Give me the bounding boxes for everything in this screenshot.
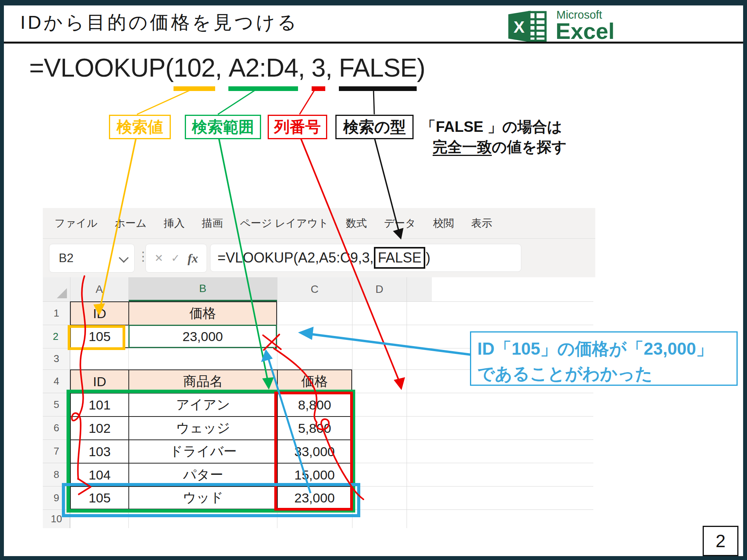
select-all-corner[interactable] bbox=[43, 277, 70, 301]
tab-page-layout[interactable]: ページ レイアウト bbox=[240, 216, 329, 230]
tab-formulas[interactable]: 数式 bbox=[346, 216, 367, 230]
black-connector-line bbox=[374, 89, 374, 114]
page-number-box: 2 bbox=[703, 526, 738, 556]
column-header-a[interactable]: A bbox=[70, 277, 128, 301]
lookup-cell-highlight bbox=[68, 325, 125, 350]
fx-icon[interactable]: fx bbox=[188, 251, 198, 266]
formula-prefix: =VLOOKUP( bbox=[29, 53, 174, 86]
yellow-connector-line bbox=[137, 89, 193, 114]
green-connector-line bbox=[218, 89, 257, 114]
frame-top bbox=[0, 0, 747, 5]
row-header-1[interactable]: 1 bbox=[43, 301, 70, 325]
chevron-down-icon[interactable] bbox=[119, 253, 128, 262]
label-match-type: 検索の型 bbox=[335, 115, 414, 139]
tab-view[interactable]: 表示 bbox=[471, 216, 492, 230]
tab-file[interactable]: ファイル bbox=[54, 216, 98, 230]
tab-draw[interactable]: 描画 bbox=[202, 216, 223, 230]
tab-review[interactable]: 校閲 bbox=[433, 216, 454, 230]
callout-line1: ID「105」の価格が「23,000」 bbox=[477, 336, 730, 361]
callout-line2: であることがわかった bbox=[477, 361, 730, 386]
name-box[interactable]: B2 bbox=[49, 244, 135, 273]
vlookup-formula: =VLOOKUP(102, A2:D4, 3, FALSE) bbox=[29, 53, 425, 91]
page-number: 2 bbox=[715, 530, 726, 551]
formula-arg-range: A2:D4 bbox=[228, 53, 298, 91]
label-col-num: 列番号 bbox=[268, 115, 327, 139]
formula-bar-buttons: ✕ ✓ fx bbox=[146, 244, 207, 273]
excel-logo: X Microsoft Excel bbox=[507, 8, 740, 44]
svg-text:X: X bbox=[514, 18, 524, 36]
formula-arg-lookup: 102 bbox=[174, 53, 215, 91]
row-header-6[interactable]: 6 bbox=[43, 416, 70, 439]
column-header-c[interactable]: C bbox=[277, 277, 352, 301]
ribbon-tabs: ファイル ホーム 挿入 描画 ページ レイアウト 数式 データ 校閲 表示 bbox=[54, 208, 492, 238]
page-title: IDから目的の価格を見つける bbox=[20, 10, 299, 35]
slide: IDから目的の価格を見つける X Microsoft Excel =VLOOKU… bbox=[0, 0, 747, 560]
label-lookup-value: 検索値 bbox=[109, 115, 171, 139]
tab-data[interactable]: データ bbox=[384, 216, 416, 230]
red-connector-line bbox=[300, 89, 315, 114]
false-note-line1: 「FALSE 」の場合は bbox=[421, 117, 567, 137]
logo-product-text: Excel bbox=[556, 18, 615, 44]
formula-arg-colnum: 3 bbox=[312, 53, 326, 91]
cancel-icon[interactable]: ✕ bbox=[154, 252, 163, 264]
row-header-4[interactable]: 4 bbox=[43, 369, 70, 393]
formula-arg-matchtype: FALSE bbox=[339, 53, 417, 91]
title-divider bbox=[3, 42, 744, 44]
false-note: 「FALSE 」の場合は 完全一致の値を探す bbox=[421, 117, 567, 158]
row-header-2[interactable]: 2 bbox=[43, 325, 70, 348]
row-header-7[interactable]: 7 bbox=[43, 439, 70, 463]
enter-icon[interactable]: ✓ bbox=[171, 252, 180, 264]
excel-logo-icon: X bbox=[507, 9, 550, 44]
name-box-value: B2 bbox=[59, 251, 74, 265]
frame-left bbox=[0, 0, 4, 560]
result-callout: ID「105」の価格が「23,000」 であることがわかった bbox=[470, 331, 738, 386]
column-header-d[interactable]: D bbox=[352, 277, 407, 301]
result-row-highlight-blue bbox=[62, 483, 360, 517]
formula-bar-false-highlight: FALSE bbox=[374, 247, 425, 269]
row-header-3[interactable]: 3 bbox=[43, 348, 70, 369]
gridline bbox=[407, 277, 407, 528]
cell-b1[interactable]: 価格 bbox=[129, 302, 276, 325]
selected-cell-border bbox=[128, 325, 277, 348]
row-header-5[interactable]: 5 bbox=[43, 393, 70, 416]
tab-home[interactable]: ホーム bbox=[115, 216, 147, 230]
label-range: 検索範囲 bbox=[185, 115, 261, 139]
formula-input[interactable]: =VLOOKUP(A2,A5:C9,3,FALSE) bbox=[210, 244, 521, 272]
frame-bottom bbox=[0, 556, 747, 560]
formula-bar-prefix: =VLOOKUP(A2,A5:C9,3, bbox=[217, 250, 374, 266]
formula-bar-suffix: ) bbox=[426, 250, 430, 266]
frame-right bbox=[743, 0, 747, 560]
row-header-8[interactable]: 8 bbox=[43, 463, 70, 486]
column-header-b[interactable]: B bbox=[128, 277, 277, 301]
cell-a1[interactable]: ID bbox=[71, 302, 128, 325]
tab-insert[interactable]: 挿入 bbox=[164, 216, 185, 230]
select-all-triangle-icon bbox=[57, 288, 67, 298]
false-note-emphasis: 完全一致 bbox=[433, 139, 492, 155]
fill-handle[interactable] bbox=[274, 346, 278, 350]
